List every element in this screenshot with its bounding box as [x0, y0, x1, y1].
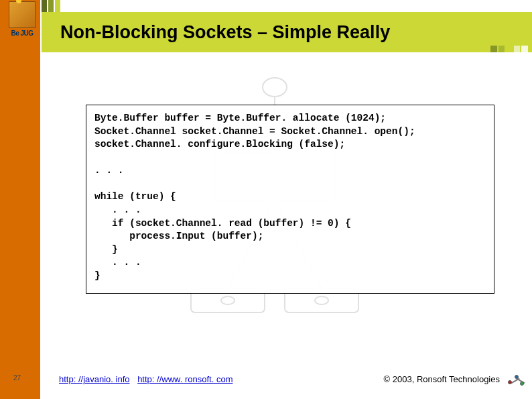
color-blocks-top — [42, 0, 62, 12]
code-line: } — [94, 244, 118, 255]
logo-graphic — [9, 1, 36, 28]
footer-links: http: //javanio. info http: //www. ronso… — [59, 374, 238, 384]
link-javanio[interactable]: http: //javanio. info — [59, 374, 130, 384]
bejug-logo: Be JUG — [5, 1, 39, 43]
code-line: Socket.Channel socket.Channel = Socket.C… — [94, 126, 415, 137]
code-line: socket.Channel. configure.Blocking (fals… — [94, 139, 345, 150]
svg-point-0 — [263, 78, 287, 97]
block-light — [55, 0, 60, 12]
ronsoft-logo-icon — [507, 372, 528, 391]
code-line: } — [94, 270, 101, 281]
slide-title: Non-Blocking Sockets – Simple Really — [60, 22, 390, 43]
code-line: . . . — [94, 257, 141, 268]
code-line: . . . — [94, 165, 124, 176]
code-line: process.Input (buffer); — [94, 231, 263, 241]
block-mid — [48, 0, 54, 12]
header-gradient-steps — [490, 46, 528, 55]
logo-caption: Be JUG — [11, 30, 33, 37]
svg-point-6 — [315, 296, 328, 304]
code-line: . . . — [94, 205, 141, 215]
block-dark — [42, 0, 47, 12]
code-line: Byte.Buffer buffer = Byte.Buffer. alloca… — [94, 113, 386, 123]
code-line: if (socket.Channel. read (buffer) != 0) … — [94, 218, 351, 229]
title-bar: Non-Blocking Sockets – Simple Really — [42, 12, 532, 52]
copyright: © 2003, Ronsoft Technologies — [384, 374, 500, 384]
link-ronsoft[interactable]: http: //www. ronsoft. com — [137, 374, 232, 384]
svg-point-4 — [221, 296, 235, 304]
left-sidebar — [0, 0, 40, 399]
page-number: 27 — [13, 374, 21, 382]
code-line: while (true) { — [94, 191, 176, 202]
code-box: Byte.Buffer buffer = Byte.Buffer. alloca… — [86, 105, 494, 294]
